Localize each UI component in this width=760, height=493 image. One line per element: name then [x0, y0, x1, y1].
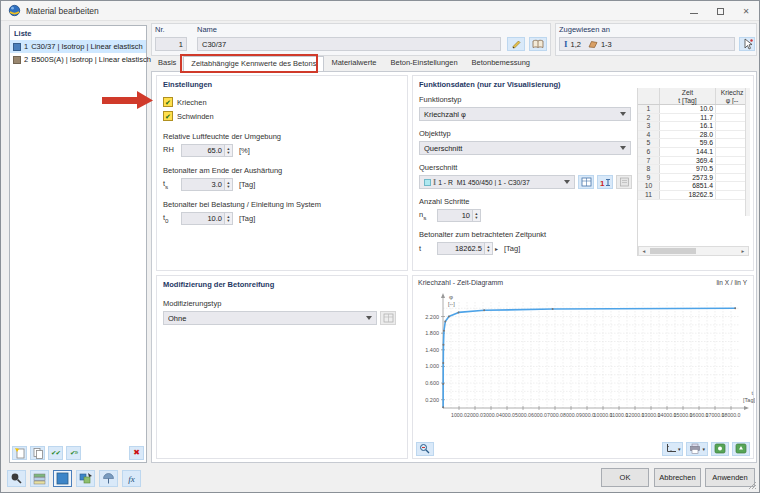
chart-copy-image-button[interactable]	[732, 442, 750, 456]
name-field[interactable]: C30/37	[197, 37, 501, 51]
age-input[interactable]: 18262.5 ▴▾	[437, 242, 493, 255]
chart-toolbar: ▾ ▾	[416, 441, 750, 456]
spinner[interactable]: ▴▾	[224, 213, 232, 224]
shrinkage-label: Schwinden	[177, 112, 214, 121]
select-all-button[interactable]: ✔✔	[48, 446, 63, 460]
rendering-button[interactable]	[99, 470, 118, 487]
chart-scale-label: lin X / lin Y	[716, 279, 747, 286]
new-material-button[interactable]	[12, 446, 27, 460]
zeit-cell: 18262.5	[660, 191, 716, 199]
steps-input[interactable]: 10 ▴▾	[437, 209, 481, 222]
select-objects-button[interactable]	[739, 37, 755, 51]
list-item-b500s[interactable]: 2 B500S(A) | Isotrop | Linear elastisch	[10, 53, 146, 66]
zeit-cell: 970.5	[660, 165, 716, 173]
loading-age-input[interactable]: 10.0 ▴▾	[181, 212, 233, 225]
zeit-cell: 11.7	[660, 114, 716, 122]
color-table-icon	[33, 473, 46, 485]
minimize-icon	[690, 13, 698, 14]
color-assign-icon	[79, 472, 93, 485]
chart-print-button[interactable]: ▾	[686, 442, 708, 456]
table-row[interactable]: 8970.5	[638, 165, 749, 174]
spinner[interactable]: ▴▾	[224, 145, 232, 156]
nr-field[interactable]: 1	[155, 37, 187, 51]
svg-text:1.400: 1.400	[425, 347, 439, 353]
humidity-input[interactable]: 65.0 ▴▾	[181, 144, 233, 157]
ok-button[interactable]: OK	[601, 468, 649, 487]
table-row[interactable]: 1118262.5	[638, 191, 749, 200]
list-item-c30-37[interactable]: 1 C30/37 | Isotrop | Linear elastisch	[10, 40, 146, 53]
chart-zoom-button[interactable]	[416, 442, 434, 456]
table-row[interactable]: 428.0	[638, 131, 749, 140]
funktionstyp-select[interactable]: Kriechzahl φ	[419, 107, 631, 121]
magnifier-icon	[419, 443, 431, 455]
material-library-button[interactable]	[529, 37, 547, 51]
chart-axes-settings-button[interactable]: ▾	[662, 442, 684, 456]
spinner[interactable]: ▴▾	[472, 210, 480, 221]
modification-table-button[interactable]	[380, 311, 396, 325]
table-row[interactable]: 211.7	[638, 114, 749, 123]
maximize-button[interactable]	[707, 1, 733, 21]
color-box-icon	[56, 472, 69, 485]
time-table-body: 110.0211.7316.1428.0559.66144.17369.4897…	[638, 105, 749, 200]
shrinkage-checkbox-row: ✔ Schwinden	[163, 111, 401, 121]
curing-age-input[interactable]: 3.0 ▴▾	[181, 178, 233, 191]
svg-text:[Tag]: [Tag]	[743, 397, 755, 403]
tab-materialwerte[interactable]: Materialwerte	[324, 56, 383, 71]
copy-material-button[interactable]	[30, 446, 45, 460]
table-vertical-scrollbar[interactable]	[745, 88, 750, 216]
chart-export-image-button[interactable]	[711, 442, 729, 456]
check-icon: ✔	[165, 113, 171, 120]
tab-beton-einstellungen[interactable]: Beton-Einstellungen	[383, 56, 464, 71]
printer-icon	[689, 443, 701, 454]
modifizierungstyp-select[interactable]: Ohne	[163, 311, 377, 325]
copy-image-icon	[735, 443, 747, 454]
assigned-field[interactable]: I 1,2 1-3	[559, 37, 735, 51]
shrinkage-checkbox[interactable]: ✔	[163, 111, 173, 121]
svg-text:1: 1	[600, 179, 605, 188]
table-row[interactable]: 110.0	[638, 105, 749, 114]
cancel-button[interactable]: Abbrechen	[654, 468, 701, 487]
objekttyp-select[interactable]: Querschnitt	[419, 141, 631, 155]
close-button[interactable]: ✕	[733, 1, 759, 21]
querschnitt-select[interactable]: I 1 - R_M1 450/450 | 1 - C30/37	[419, 175, 575, 189]
row-number-cell: 8	[638, 165, 660, 173]
play-button[interactable]: ▸	[495, 245, 498, 252]
zeit-cell: 144.1	[660, 148, 716, 156]
scroll-right-icon[interactable]: ▸	[738, 248, 748, 254]
spinner[interactable]: ▴▾	[224, 179, 232, 190]
spinner[interactable]: ▴▾	[484, 243, 492, 254]
curing-age-row: ts 3.0 ▴▾ [Tag]	[163, 178, 401, 191]
table-row[interactable]: 559.6	[638, 139, 749, 148]
section-info-button[interactable]	[616, 175, 632, 189]
filter-button[interactable]	[7, 470, 26, 487]
tab-betonbemessung[interactable]: Betonbemessung	[465, 56, 537, 71]
loading-age-symbol: t0	[163, 213, 181, 224]
table-horizontal-scrollbar[interactable]: ◂ ▸	[638, 246, 749, 256]
assign-color-button[interactable]	[76, 470, 95, 487]
scroll-left-icon[interactable]: ◂	[639, 248, 649, 254]
table-row[interactable]: 92573.9	[638, 174, 749, 183]
resize-grip[interactable]	[747, 480, 757, 490]
table-row[interactable]: 316.1	[638, 122, 749, 131]
minimize-button[interactable]	[681, 1, 707, 21]
fx-icon: fx	[128, 474, 135, 484]
apply-selection-button[interactable]: ✔»	[66, 446, 81, 460]
table-row[interactable]: 7369.4	[638, 157, 749, 166]
table-row[interactable]: 106851.4	[638, 182, 749, 191]
creep-checkbox[interactable]: ✔	[163, 97, 173, 107]
function-button[interactable]: fx	[122, 470, 141, 487]
material-color-button[interactable]	[53, 470, 72, 487]
section-library-button[interactable]	[578, 175, 594, 189]
modifizierungstyp-label: Modifizierungstyp	[163, 299, 401, 308]
delete-material-button[interactable]: ✖	[129, 446, 144, 460]
color-scale-button[interactable]	[30, 470, 49, 487]
rename-button[interactable]	[507, 37, 525, 51]
table-row[interactable]: 6144.1	[638, 148, 749, 157]
section-profile-icon: I	[433, 178, 436, 187]
svg-text:7000.0: 7000.0	[547, 412, 563, 418]
zeit-cell: 6851.4	[660, 182, 716, 190]
scrollbar-thumb[interactable]	[650, 248, 696, 254]
edit-section-button[interactable]: 1	[597, 175, 613, 189]
humidity-row: RH 65.0 ▴▾ [%]	[163, 144, 401, 157]
tab-basis[interactable]: Basis	[151, 56, 183, 71]
